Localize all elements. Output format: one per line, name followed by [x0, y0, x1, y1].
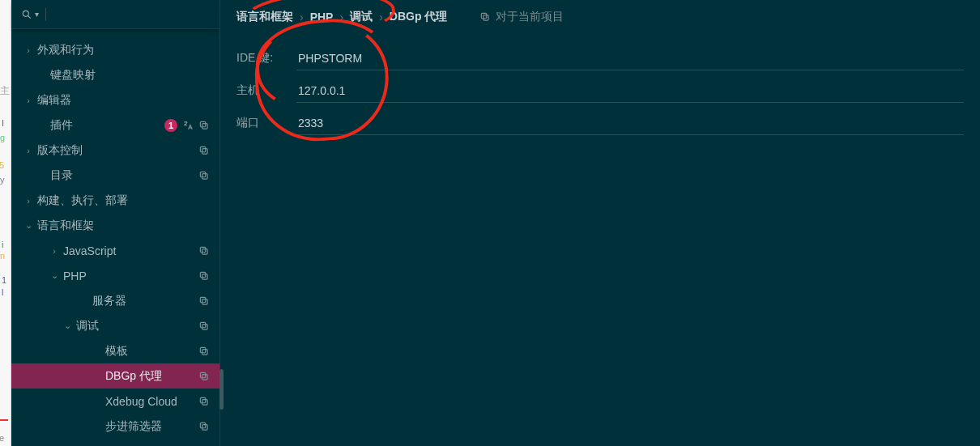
for-current-project-label: 对于当前项目: [479, 10, 564, 24]
svg-rect-11: [200, 272, 205, 277]
settings-tree-item-label: PHP: [63, 270, 198, 282]
update-count-badge: 1: [164, 119, 177, 132]
settings-tree-item-label: JavaScript: [63, 244, 198, 257]
chevron-right-icon: ›: [23, 146, 34, 155]
settings-tree-item[interactable]: 模板: [11, 338, 219, 363]
settings-tree-item[interactable]: Xdebug Cloud: [11, 389, 219, 414]
svg-rect-24: [484, 15, 488, 20]
breadcrumb-item[interactable]: 调试: [350, 10, 373, 24]
settings-tree-item-label: DBGp 代理: [105, 369, 198, 384]
copy-icon: [479, 11, 491, 23]
settings-tree-item[interactable]: ⌄PHP: [11, 263, 219, 288]
settings-tree-item-label: 插件: [50, 118, 164, 133]
search-options-caret-icon[interactable]: ▾: [35, 10, 39, 19]
project-scope-icon: [198, 295, 210, 307]
svg-rect-17: [200, 347, 205, 352]
svg-rect-20: [202, 399, 207, 404]
background-gutter: 主 I g 5 y i n 1 l e: [0, 0, 11, 446]
project-scope-icon: [198, 145, 210, 156]
settings-tree-item[interactable]: 步进筛选器: [11, 414, 219, 439]
settings-tree-item-label: 构建、执行、部署: [37, 193, 210, 208]
search-separator: [45, 8, 46, 21]
settings-tree-item-label: 键盘映射: [50, 68, 210, 83]
ide-key-label: IDE 键:: [236, 51, 296, 66]
ide-key-input[interactable]: [296, 47, 964, 70]
settings-tree-item[interactable]: ›JavaScript: [11, 238, 219, 263]
settings-tree-item-label: 目录: [50, 168, 198, 183]
settings-tree-item[interactable]: ›版本控制: [11, 138, 219, 163]
settings-tree-item-label: 调试: [76, 319, 198, 333]
host-label: 主机: [236, 83, 296, 98]
host-input[interactable]: [296, 79, 964, 103]
project-scope-icon: [198, 321, 210, 332]
gutter-label: 主: [0, 84, 10, 98]
svg-rect-22: [202, 424, 207, 429]
settings-tree-item[interactable]: 插件1: [11, 113, 219, 138]
svg-rect-6: [202, 173, 207, 178]
settings-tree-item-label: 编辑器: [37, 93, 210, 108]
project-scope-icon: [198, 170, 210, 181]
project-scope-icon: [198, 421, 210, 432]
settings-tree-item[interactable]: ›外观和行为: [11, 37, 219, 62]
breadcrumb-item[interactable]: PHP: [310, 11, 334, 23]
svg-rect-16: [202, 349, 207, 354]
svg-rect-5: [200, 147, 205, 151]
port-label: 端口: [236, 116, 296, 130]
chevron-down-icon: ⌄: [49, 270, 60, 281]
svg-rect-4: [202, 148, 207, 153]
svg-rect-25: [482, 13, 487, 18]
project-scope-icon: [198, 245, 210, 257]
settings-tree-item[interactable]: ›构建、执行、部署: [11, 188, 219, 213]
svg-rect-12: [202, 299, 207, 304]
settings-tree-item[interactable]: 目录: [11, 163, 219, 188]
chevron-right-icon: ›: [23, 45, 34, 55]
settings-tree-item[interactable]: ›编辑器: [11, 87, 219, 113]
breadcrumb-item[interactable]: 语言和框架: [236, 10, 293, 24]
breadcrumb-item: DBGp 代理: [390, 10, 448, 24]
svg-rect-13: [200, 297, 205, 302]
svg-line-1: [28, 15, 31, 18]
settings-tree-item-label: 模板: [105, 344, 198, 359]
svg-rect-10: [202, 274, 207, 278]
project-scope-icon: [198, 396, 210, 407]
settings-sidebar: ▾ ›外观和行为键盘映射›编辑器插件1›版本控制目录›构建、执行、部署⌄语言和框…: [11, 0, 220, 446]
svg-rect-19: [200, 372, 205, 377]
settings-tree-item[interactable]: 键盘映射: [11, 62, 219, 87]
dbgp-form: IDE 键: 主机 端口: [236, 42, 964, 139]
svg-rect-15: [200, 322, 205, 327]
for-current-project-text: 对于当前项目: [496, 10, 564, 24]
chevron-right-icon: ›: [339, 11, 343, 23]
svg-rect-2: [202, 123, 207, 128]
translate-icon: [182, 120, 194, 131]
svg-rect-23: [200, 423, 205, 427]
settings-search-row: ▾: [11, 0, 219, 29]
chevron-right-icon: ›: [49, 246, 60, 256]
settings-content: 语言和框架 › PHP › 调试 › DBGp 代理 对于当前项目 IDE 键:…: [220, 0, 980, 446]
settings-tree-item-label: Xdebug Cloud: [105, 395, 198, 408]
chevron-right-icon: ›: [379, 11, 383, 23]
project-scope-icon: [198, 120, 210, 131]
svg-rect-9: [200, 247, 205, 252]
project-scope-icon: [198, 346, 210, 357]
settings-tree-item-label: 版本控制: [37, 143, 198, 158]
search-icon[interactable]: [21, 9, 32, 20]
settings-tree-item-selected[interactable]: DBGp 代理: [11, 363, 219, 389]
settings-tree-item[interactable]: ⌄语言和框架: [11, 213, 219, 238]
svg-rect-3: [200, 121, 205, 126]
svg-rect-18: [202, 374, 207, 379]
settings-tree-item-label: 服务器: [92, 294, 198, 308]
settings-tree[interactable]: ›外观和行为键盘映射›编辑器插件1›版本控制目录›构建、执行、部署⌄语言和框架›…: [11, 29, 219, 446]
project-scope-icon: [198, 270, 210, 282]
port-input[interactable]: [296, 112, 964, 135]
settings-tree-item[interactable]: ⌄调试: [11, 313, 219, 338]
settings-tree-item-label: 外观和行为: [37, 43, 210, 57]
svg-rect-14: [202, 324, 207, 329]
svg-rect-8: [202, 248, 207, 253]
chevron-right-icon: ›: [300, 11, 304, 23]
settings-tree-item-label: 语言和框架: [37, 219, 210, 233]
chevron-right-icon: ›: [23, 96, 34, 105]
settings-tree-item-label: 步进筛选器: [105, 419, 198, 434]
svg-rect-21: [200, 397, 205, 402]
settings-tree-item[interactable]: 服务器: [11, 288, 219, 313]
breadcrumb: 语言和框架 › PHP › 调试 › DBGp 代理 对于当前项目: [236, 10, 964, 24]
